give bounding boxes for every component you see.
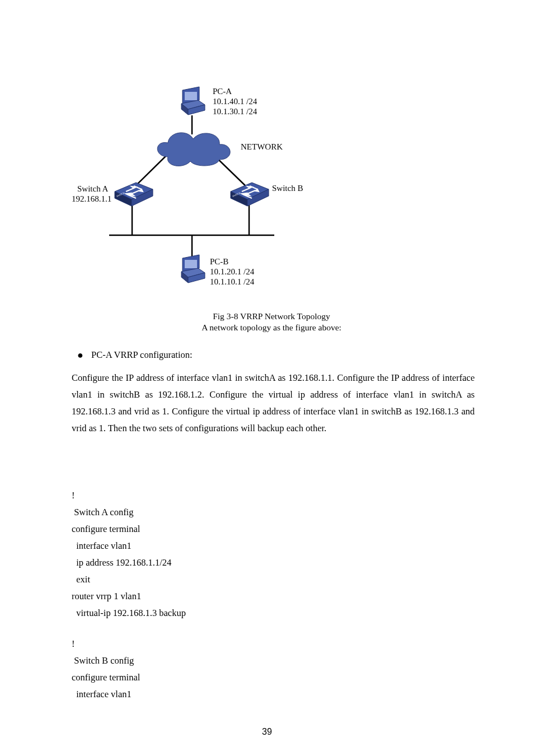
cloud-label: NETWORK	[241, 142, 283, 152]
network-diagram: SWITCH SWITCH	[84, 73, 330, 308]
body-paragraph: Configure the IP address of interface vl…	[72, 370, 475, 437]
pc-b-label: PC-B	[210, 256, 228, 267]
bullet-heading: PC-A VRRP configuration:	[91, 349, 193, 361]
switch-a-name: Switch A	[77, 184, 108, 194]
pc-a-addr1: 10.1.40.1 /24	[213, 96, 257, 106]
cli-block-a: ! Switch A config configure terminal int…	[72, 487, 475, 622]
cli-block-b: ! Switch B config configure terminal int…	[72, 636, 475, 703]
pc-a-label: PC-A	[213, 86, 232, 96]
svg-rect-7	[185, 92, 197, 100]
switch-b-name: Switch B	[272, 183, 303, 193]
figure-caption-line2: A network topology as the figure above:	[70, 322, 473, 333]
figure-caption: Fig 3-8 VRRP Network Topology A network …	[70, 311, 473, 333]
page-number: 39	[0, 727, 534, 737]
switch-a-ip: 192.168.1.1	[72, 194, 111, 204]
bullet-icon: ●	[77, 349, 83, 361]
figure-caption-line1: Fig 3-8 VRRP Network Topology	[70, 311, 473, 322]
pc-a-addr2: 10.1.30.1 /24	[213, 106, 257, 116]
pc-b-addr1: 10.1.20.1 /24	[210, 267, 254, 277]
page-container: SWITCH SWITCH	[0, 0, 534, 756]
svg-rect-26	[185, 260, 197, 268]
pc-b-addr2: 10.1.10.1 /24	[210, 277, 254, 287]
